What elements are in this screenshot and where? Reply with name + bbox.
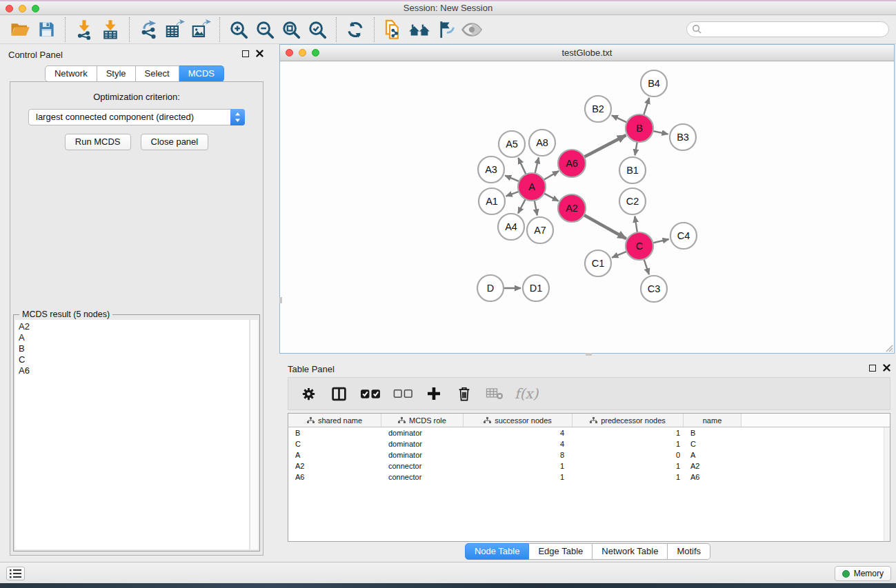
scrollbar[interactable]: [250, 320, 258, 549]
node-A1[interactable]: A1: [479, 188, 505, 214]
tab-network-table[interactable]: Network Table: [593, 543, 668, 560]
tab-edge-table[interactable]: Edge Table: [529, 543, 593, 560]
column-header-shared-name[interactable]: shared name: [288, 414, 381, 427]
clone-network-icon[interactable]: [380, 17, 406, 42]
tab-style[interactable]: Style: [97, 65, 136, 82]
node-B4[interactable]: B4: [641, 70, 667, 97]
float-panel-icon[interactable]: [869, 365, 876, 372]
node-B3[interactable]: B3: [670, 124, 696, 150]
table-row[interactable]: A6connector11A6: [288, 472, 890, 483]
tab-mcds[interactable]: MCDS: [179, 65, 224, 82]
delete-table-icon[interactable]: [484, 383, 505, 405]
table-row[interactable]: A2connector11A2: [288, 460, 890, 472]
scrollbar[interactable]: [884, 427, 890, 541]
divider-handle[interactable]: [586, 353, 592, 356]
control-panel-title: Control Panel: [8, 50, 63, 60]
tab-select[interactable]: Select: [136, 65, 179, 82]
node-A8[interactable]: A8: [529, 130, 555, 156]
refresh-icon[interactable]: [342, 17, 368, 42]
toolbar-separator: [65, 17, 66, 42]
node-D[interactable]: D: [477, 275, 504, 301]
open-session-button[interactable]: [7, 17, 33, 42]
annotation-flag-icon[interactable]: [432, 17, 459, 42]
tab-network[interactable]: Network: [45, 65, 97, 82]
import-network-icon[interactable]: [71, 17, 97, 42]
network-window-titlebar[interactable]: testGlobe.txt: [280, 45, 894, 61]
tab-motifs[interactable]: Motifs: [668, 543, 710, 560]
export-image-icon[interactable]: [188, 17, 214, 42]
delete-icon[interactable]: [454, 383, 475, 405]
mcds-result-list[interactable]: A2ABCA6: [15, 320, 250, 549]
column-header-predecessor-nodes[interactable]: predecessor nodes: [573, 414, 684, 427]
zoom-fit-icon[interactable]: [278, 17, 304, 42]
node-A3[interactable]: A3: [478, 156, 504, 183]
node-A5[interactable]: A5: [499, 131, 525, 157]
optimization-criterion-label: Optimization criterion:: [10, 92, 263, 102]
close-panel-button[interactable]: Close panel: [141, 134, 209, 150]
zoom-selected-icon[interactable]: [304, 17, 330, 42]
unselect-all-icon[interactable]: [392, 383, 414, 405]
table-row[interactable]: Adominator80A: [288, 449, 890, 460]
float-panel-icon[interactable]: [242, 50, 249, 57]
run-mcds-button[interactable]: Run MCDS: [65, 134, 131, 150]
close-panel-icon[interactable]: [883, 364, 890, 372]
cell: 1: [464, 473, 573, 481]
export-table-icon[interactable]: [161, 17, 188, 42]
shared-column-icon: [307, 417, 315, 424]
node-D1[interactable]: D1: [523, 275, 549, 301]
column-header-MCDS-role[interactable]: MCDS role: [381, 414, 464, 427]
network-window-title: testGlobe.txt: [280, 48, 894, 58]
mcds-result-item[interactable]: A6: [19, 365, 249, 376]
tab-node-table[interactable]: Node Table: [465, 543, 530, 560]
mcds-result-item[interactable]: A: [19, 332, 249, 343]
eye-icon[interactable]: [459, 17, 485, 42]
houses-icon[interactable]: [406, 17, 432, 42]
mcds-result-item[interactable]: A2: [19, 321, 249, 332]
node-C3[interactable]: C3: [641, 276, 667, 302]
task-history-button[interactable]: [6, 567, 25, 580]
node-C2[interactable]: C2: [619, 188, 646, 214]
zoom-out-icon[interactable]: [252, 17, 278, 42]
node-A2[interactable]: A2: [558, 194, 586, 222]
save-session-button[interactable]: [33, 17, 59, 42]
table-row[interactable]: Cdominator41C: [288, 438, 890, 449]
toolbar-separator: [374, 17, 375, 42]
memory-button[interactable]: Memory: [835, 566, 891, 581]
node-B1[interactable]: B1: [619, 157, 646, 183]
close-panel-icon[interactable]: [256, 50, 263, 57]
cell: 1: [573, 429, 684, 437]
node-B2[interactable]: B2: [585, 96, 611, 122]
table-header-row: shared nameMCDS rolesuccessor nodesprede…: [288, 414, 890, 427]
zoom-in-icon[interactable]: [226, 17, 252, 42]
criterion-select[interactable]: largest connected component (directed): [28, 109, 245, 125]
gear-icon[interactable]: [298, 383, 319, 405]
titlebar[interactable]: Session: New Session: [0, 1, 896, 15]
node-C4[interactable]: C4: [670, 223, 697, 249]
table-row[interactable]: Bdominator41B: [288, 427, 890, 438]
node-B[interactable]: B: [626, 114, 653, 142]
column-header-name[interactable]: name: [684, 414, 741, 427]
divider-handle[interactable]: [279, 297, 282, 303]
node-A4[interactable]: A4: [498, 214, 524, 240]
node-A[interactable]: A: [518, 173, 546, 201]
svg-text:C1: C1: [592, 258, 605, 269]
node-A7[interactable]: A7: [527, 217, 553, 243]
add-column-icon[interactable]: [424, 383, 444, 405]
node-A6[interactable]: A6: [558, 150, 586, 177]
toolbar-separator: [129, 17, 130, 42]
node-C1[interactable]: C1: [585, 250, 611, 276]
select-all-icon[interactable]: [359, 383, 382, 405]
column-header-successor-nodes[interactable]: successor nodes: [464, 414, 573, 427]
network-canvas[interactable]: AA1A3A5A8A4A7A6A2BB1B2B3B4CC1C2C3C4DD1: [280, 61, 894, 353]
network-graph[interactable]: AA1A3A5A8A4A7A6A2BB1B2B3B4CC1C2C3C4DD1: [280, 61, 894, 353]
mcds-result-item[interactable]: C: [19, 354, 249, 365]
resize-grip[interactable]: [884, 343, 893, 352]
node-table[interactable]: shared nameMCDS rolesuccessor nodesprede…: [288, 413, 890, 542]
function-builder-icon[interactable]: f(x): [515, 385, 538, 402]
import-table-icon[interactable]: [97, 17, 123, 42]
show-columns-icon[interactable]: [328, 383, 349, 405]
node-C[interactable]: C: [626, 232, 653, 260]
export-network-icon[interactable]: [135, 17, 161, 42]
search-input[interactable]: [686, 21, 889, 37]
mcds-result-item[interactable]: B: [19, 343, 249, 354]
